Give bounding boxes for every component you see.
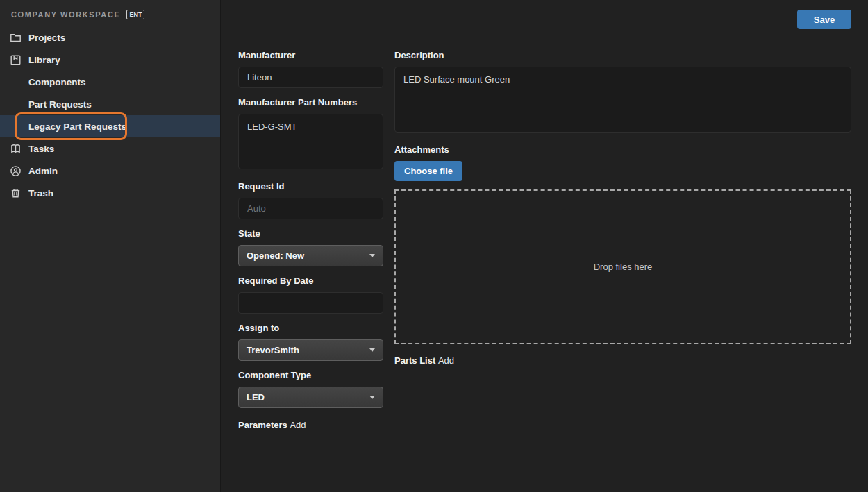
sidebar: COMPANY WORKSPACE ENT Projects Library C…: [0, 0, 221, 492]
sidebar-item-admin[interactable]: Admin: [0, 160, 220, 182]
workspace-name: COMPANY WORKSPACE: [11, 10, 120, 19]
sidebar-item-label: Admin: [28, 166, 58, 176]
file-drop-zone[interactable]: Drop files here: [394, 189, 851, 344]
sidebar-item-components[interactable]: Components: [0, 71, 220, 93]
assign-to-select[interactable]: TrevorSmith: [238, 339, 383, 361]
request-id-input[interactable]: [238, 198, 383, 219]
attachments-label: Attachments: [394, 144, 851, 155]
library-icon: [10, 54, 22, 66]
assign-to-label: Assign to: [238, 323, 383, 334]
drop-zone-text: Drop files here: [594, 262, 653, 272]
state-select[interactable]: Opened: New: [238, 245, 383, 266]
sidebar-item-label: Tasks: [28, 144, 54, 154]
folder-icon: [10, 32, 22, 44]
required-by-date-label: Required By Date: [238, 275, 383, 287]
attachments-field-group: Attachments Choose file Drop files here: [394, 144, 851, 344]
parameters-heading: Parameters Add: [238, 420, 383, 430]
sidebar-item-projects[interactable]: Projects: [0, 26, 220, 49]
sidebar-item-label: Library: [28, 55, 60, 65]
assign-to-select-value: TrevorSmith: [247, 345, 299, 355]
admin-icon: [10, 165, 22, 177]
manufacturer-label: Manufacturer: [238, 50, 383, 61]
parts-list-heading: Parts List Add: [394, 355, 851, 366]
mpn-label: Manufacturer Part Numbers: [238, 97, 383, 108]
description-textarea[interactable]: LED Surface mount Green: [394, 67, 851, 133]
manufacturer-field-group: Manufacturer: [238, 50, 383, 88]
sidebar-item-label: Part Requests: [28, 99, 92, 110]
mpn-textarea[interactable]: LED-G-SMT: [238, 114, 383, 169]
parameters-add-link[interactable]: Add: [290, 420, 306, 430]
form-left-column: Manufacturer Manufacturer Part Numbers L…: [238, 50, 383, 430]
chevron-down-icon: [369, 254, 375, 257]
sidebar-item-label: Trash: [28, 188, 53, 198]
sidebar-item-part-requests[interactable]: Part Requests: [0, 93, 220, 115]
sidebar-item-tasks[interactable]: Tasks: [0, 137, 220, 160]
chevron-down-icon: [369, 396, 375, 399]
component-type-label: Component Type: [238, 370, 383, 381]
sidebar-item-trash[interactable]: Trash: [0, 182, 220, 204]
state-field-group: State Opened: New: [238, 228, 383, 266]
assign-to-field-group: Assign to TrevorSmith: [238, 323, 383, 361]
required-by-date-input[interactable]: [238, 292, 383, 314]
parts-list-label: Parts List: [394, 355, 435, 366]
description-field-group: Description LED Surface mount Green: [394, 50, 851, 135]
state-label: State: [238, 228, 383, 239]
sidebar-item-label: Legacy Part Requests: [28, 121, 126, 132]
component-type-field-group: Component Type LED: [238, 370, 383, 408]
request-id-field-group: Request Id: [238, 181, 383, 219]
form-right-column: Description LED Surface mount Green Atta…: [394, 50, 851, 430]
tasks-icon: [10, 143, 22, 155]
save-button[interactable]: Save: [797, 10, 851, 29]
parts-list-add-link[interactable]: Add: [438, 355, 454, 366]
component-type-select-value: LED: [247, 392, 265, 402]
required-by-date-field-group: Required By Date: [238, 275, 383, 314]
description-label: Description: [394, 50, 851, 61]
sidebar-item-legacy-part-requests[interactable]: Legacy Part Requests: [0, 115, 220, 137]
component-type-select[interactable]: LED: [238, 387, 383, 408]
sidebar-item-label: Components: [28, 77, 86, 87]
main-panel: Save Manufacturer Manufacturer Part Numb…: [221, 0, 868, 492]
choose-file-button[interactable]: Choose file: [394, 161, 462, 181]
chevron-down-icon: [369, 348, 375, 352]
parameters-label: Parameters: [238, 420, 287, 430]
manufacturer-input[interactable]: [238, 67, 383, 88]
sidebar-item-library[interactable]: Library: [0, 49, 220, 71]
workspace-enterprise-badge: ENT: [126, 10, 144, 19]
state-select-value: Opened: New: [247, 251, 304, 261]
trash-icon: [10, 187, 22, 199]
mpn-field-group: Manufacturer Part Numbers LED-G-SMT: [238, 97, 383, 172]
sidebar-item-label: Projects: [28, 33, 65, 43]
part-request-form: Manufacturer Manufacturer Part Numbers L…: [221, 0, 868, 430]
workspace-header[interactable]: COMPANY WORKSPACE ENT: [0, 7, 220, 26]
request-id-label: Request Id: [238, 181, 383, 192]
